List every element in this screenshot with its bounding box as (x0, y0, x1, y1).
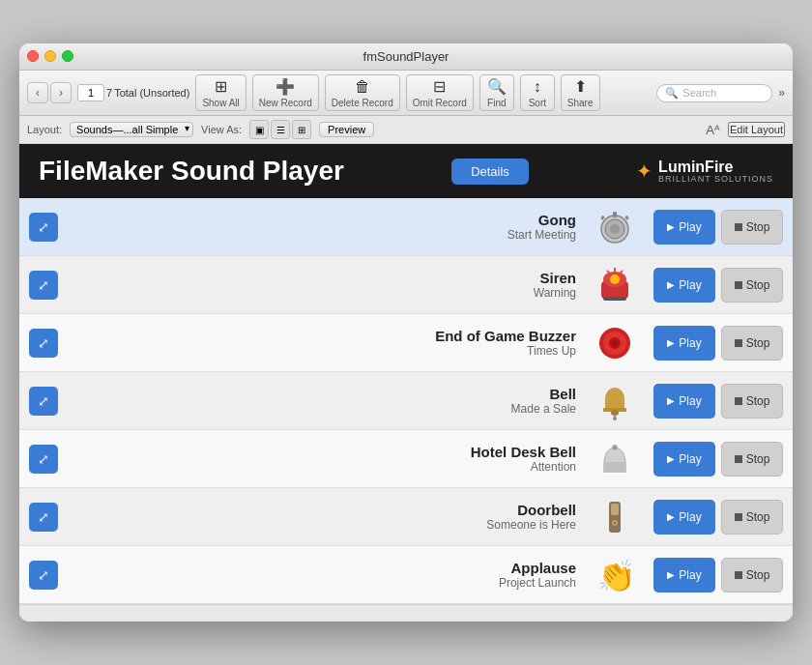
titlebar: fmSoundPlayer (19, 43, 793, 71)
expand-area: ⤢ (19, 387, 68, 416)
record-info: Doorbell Someone is Here (68, 494, 586, 539)
record-description: Project Launch (77, 576, 576, 590)
stop-button[interactable]: Stop (721, 384, 783, 419)
expand-button[interactable]: ⤢ (29, 271, 58, 300)
search-box[interactable]: 🔍 Search (656, 84, 772, 102)
svg-rect-5 (624, 215, 629, 219)
fullscreen-button[interactable] (62, 50, 73, 62)
play-label: Play (679, 510, 701, 524)
forward-button[interactable]: › (50, 82, 72, 103)
record-actions: ▶ Play Stop (644, 268, 793, 303)
expand-button[interactable]: ⤢ (29, 213, 58, 242)
svg-point-2 (610, 224, 620, 234)
record-icon (586, 264, 644, 306)
edit-layout-button[interactable]: Edit Layout (728, 122, 785, 137)
find-button[interactable]: 🔍 Find (479, 74, 514, 111)
svg-rect-4 (600, 215, 605, 219)
play-button[interactable]: ▶ Play (653, 500, 715, 535)
play-icon: ▶ (667, 221, 675, 232)
stop-icon (735, 455, 742, 463)
view-as-label: View As: (201, 124, 242, 135)
record-name: End of Game Buzzer (77, 328, 576, 344)
back-button[interactable]: ‹ (27, 82, 48, 103)
search-placeholder: Search (682, 87, 716, 99)
record-actions: ▶ Play Stop (644, 210, 793, 245)
details-button[interactable]: Details (451, 159, 529, 185)
play-button[interactable]: ▶ Play (653, 268, 715, 303)
list-view-icon[interactable]: ☰ (271, 120, 290, 139)
record-actions: ▶ Play Stop (644, 326, 793, 361)
play-button[interactable]: ▶ Play (653, 558, 715, 593)
play-button[interactable]: ▶ Play (653, 442, 715, 477)
stop-label: Stop (746, 220, 770, 234)
expand-button[interactable]: ⤢ (29, 445, 58, 474)
omit-record-icon: ⊟ (433, 77, 446, 96)
layout-dropdown[interactable]: Sounds—...all Simple (70, 122, 193, 137)
expand-area: ⤢ (19, 503, 68, 532)
stop-button[interactable]: Stop (721, 558, 783, 593)
main-content: FileMaker Sound Player Details ✦ LuminFi… (19, 144, 793, 604)
record-actions: ▶ Play Stop (644, 500, 793, 535)
share-button[interactable]: ⬆ Share (561, 74, 600, 111)
record-total-label: Total (Unsorted) (114, 87, 189, 99)
record-info: Hotel Desk Bell Attention (68, 436, 586, 481)
stop-icon (735, 571, 742, 579)
logo-sub: BRILLIANT SOLUTIONS (658, 175, 773, 184)
record-name: Bell (77, 386, 576, 402)
form-view-icon[interactable]: ▣ (249, 120, 269, 139)
record-icon (586, 496, 644, 538)
show-all-button[interactable]: ⊞ Show All (195, 74, 246, 111)
search-icon: 🔍 (665, 87, 679, 100)
play-button[interactable]: ▶ Play (653, 210, 715, 245)
stop-button[interactable]: Stop (721, 500, 783, 535)
play-button[interactable]: ▶ Play (653, 326, 715, 361)
new-record-button[interactable]: ➕ New Record (252, 74, 319, 111)
record-name: Siren (77, 270, 576, 286)
current-record-input[interactable] (77, 84, 104, 101)
svg-point-23 (614, 446, 617, 448)
stop-label: Stop (746, 452, 770, 466)
nav-buttons: ‹ › (27, 82, 72, 103)
record-counter: 7 Total (Unsorted) (77, 84, 189, 101)
sort-icon: ↕ (534, 77, 541, 96)
record-row: ⤢ Siren Warning ▶ Play Stop (19, 256, 793, 314)
stop-button[interactable]: Stop (721, 210, 783, 245)
table-view-icon[interactable]: ⊞ (292, 120, 311, 139)
stop-button[interactable]: Stop (721, 326, 783, 361)
record-row: ⤢ Applause Project Launch 👏 ▶ Play Stop (19, 546, 793, 604)
sort-button[interactable]: ↕ Sort (520, 74, 555, 111)
expand-button[interactable]: ⤢ (29, 329, 58, 358)
expand-button[interactable]: ⤢ (29, 561, 58, 590)
expand-button[interactable]: ⤢ (29, 503, 58, 532)
layout-select[interactable]: Sounds—...all Simple (70, 122, 193, 137)
play-label: Play (679, 568, 701, 582)
stop-button[interactable]: Stop (721, 442, 783, 477)
preview-button[interactable]: Preview (319, 122, 374, 137)
stop-label: Stop (746, 278, 770, 292)
omit-record-button[interactable]: ⊟ Omit Record (406, 74, 474, 111)
stop-icon (735, 339, 742, 347)
record-icon (586, 322, 644, 364)
record-description: Start Meeting (77, 228, 576, 242)
delete-record-icon: 🗑 (355, 77, 370, 96)
expand-area: ⤢ (19, 329, 68, 358)
logo-star-icon: ✦ (636, 159, 652, 183)
play-label: Play (679, 394, 701, 408)
record-row: ⤢ End of Game Buzzer Times Up ▶ Play Sto… (19, 314, 793, 372)
play-button[interactable]: ▶ Play (653, 384, 715, 419)
app-title: FileMaker Sound Player (39, 156, 344, 187)
bottom-area (19, 604, 793, 622)
more-button[interactable]: » (778, 86, 785, 100)
svg-rect-3 (613, 212, 617, 217)
record-info: Gong Start Meeting (68, 204, 586, 249)
logo-name: LuminFire (658, 159, 773, 175)
close-button[interactable] (27, 50, 39, 62)
stop-button[interactable]: Stop (721, 268, 783, 303)
minimize-button[interactable] (44, 50, 56, 62)
delete-record-button[interactable]: 🗑 Delete Record (325, 74, 400, 111)
expand-button[interactable]: ⤢ (29, 387, 58, 416)
record-description: Times Up (77, 344, 576, 358)
stop-icon (735, 513, 742, 521)
expand-area: ⤢ (19, 213, 68, 242)
layout-bar: Layout: Sounds—...all Simple View As: ▣ … (19, 116, 793, 144)
